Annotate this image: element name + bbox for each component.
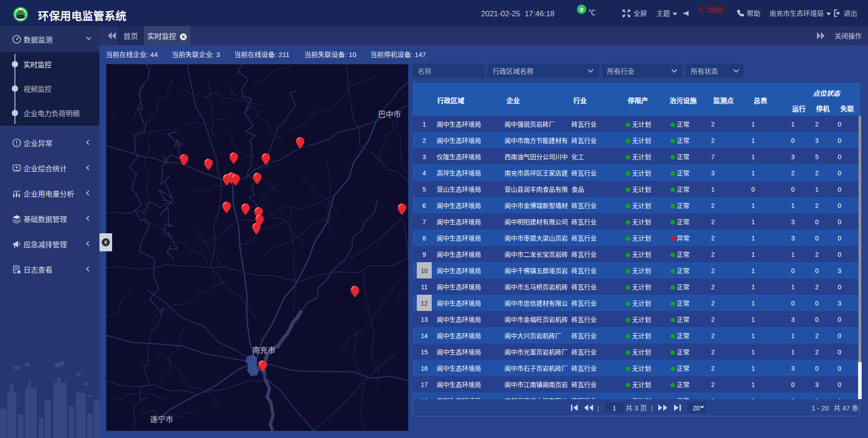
svg-text:巴中市: 巴中市	[378, 108, 401, 119]
svg-text:南充市: 南充市	[252, 344, 275, 355]
svg-text:遂宁市: 遂宁市	[150, 413, 173, 424]
